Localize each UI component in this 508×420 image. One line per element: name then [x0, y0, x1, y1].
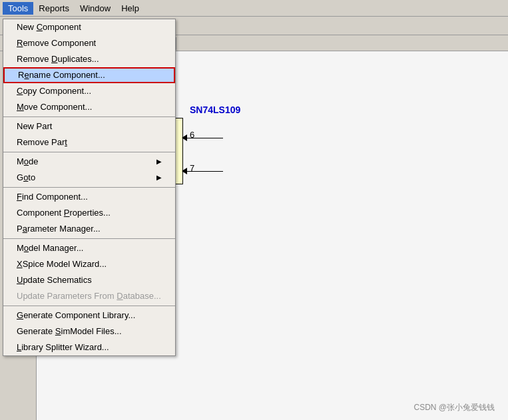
separator-5	[3, 306, 175, 306]
remove-component-item[interactable]: Remove Component	[3, 35, 175, 51]
tools-dropdown: New Component Remove Component Remove Du…	[3, 19, 176, 356]
lib-splitter-item[interactable]: Library Splitter Wizard...	[3, 339, 175, 355]
separator-4	[3, 238, 175, 239]
pin-7-arrow-icon	[182, 168, 187, 174]
help-menu[interactable]: Help	[116, 2, 144, 15]
update-schematics-item[interactable]: Update Schematics	[3, 272, 175, 288]
separator-3	[3, 187, 175, 188]
pin-7-line	[183, 171, 223, 172]
goto-item[interactable]: Goto ▶	[3, 170, 175, 186]
tools-menu[interactable]: Tools	[3, 2, 33, 15]
tools-menu-wrapper: Tools New Component Remove Component Rem…	[3, 2, 33, 15]
mode-arrow-icon: ▶	[156, 158, 162, 165]
separator-2	[3, 152, 175, 152]
component-properties-item[interactable]: Component Properties...	[3, 205, 175, 221]
mode-item[interactable]: Mode ▶	[3, 154, 175, 170]
copy-component-item[interactable]: Copy Component...	[3, 83, 175, 99]
find-component-item[interactable]: Find Component...	[3, 189, 175, 205]
window-menu[interactable]: Window	[75, 2, 116, 15]
separator-1	[3, 116, 175, 117]
xspice-wizard-item[interactable]: XSpice Model Wizard...	[3, 256, 175, 272]
parameter-manager-item[interactable]: Parameter Manager...	[3, 221, 175, 237]
new-part-item[interactable]: New Part	[3, 118, 175, 134]
reports-menu[interactable]: Reports	[33, 2, 75, 15]
remove-duplicates-item[interactable]: Remove Duplicates...	[3, 51, 175, 67]
component-name: SN74LS109	[190, 105, 240, 115]
pin-7-number: 7	[190, 163, 194, 173]
rename-component-item[interactable]: Rename Component...	[3, 67, 175, 83]
pin-6-arrow-icon	[182, 134, 187, 141]
new-component-item[interactable]: New Component	[3, 19, 175, 35]
update-params-item: Update Parameters From Database...	[3, 288, 175, 304]
pin-6-line	[183, 138, 223, 138]
watermark: CSDN @张小兔爱钱钱	[413, 402, 495, 413]
model-manager-item[interactable]: Model Manager...	[3, 240, 175, 256]
gen-comp-lib-item[interactable]: Generate Component Library...	[3, 308, 175, 323]
move-component-item[interactable]: Move Component...	[3, 99, 175, 115]
menubar: Tools New Component Remove Component Rem…	[0, 0, 508, 17]
remove-part-item[interactable]: Remove Part	[3, 134, 175, 150]
gen-simmodel-item[interactable]: Generate SimModel Files...	[3, 323, 175, 339]
goto-arrow-icon: ▶	[156, 174, 162, 181]
pin-6-number: 6	[190, 130, 194, 140]
